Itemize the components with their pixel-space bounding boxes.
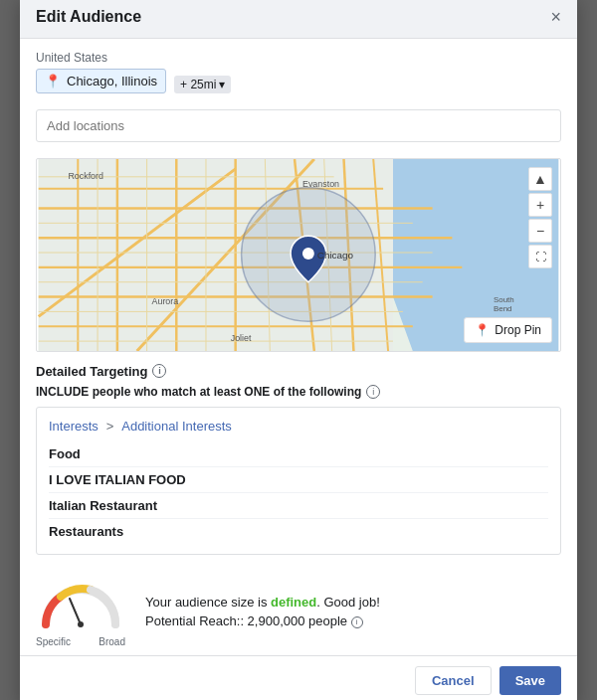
- svg-text:Bend: Bend: [494, 304, 511, 313]
- distance-label: + 25mi: [180, 78, 216, 91]
- detailed-targeting-section: Detailed Targeting i INCLUDE people who …: [36, 364, 561, 399]
- country-label: United States: [36, 51, 561, 65]
- list-item: I LOVE ITALIAN FOOD: [49, 467, 548, 493]
- section-title: Detailed Targeting i: [36, 364, 561, 379]
- audience-size-text: Your audience size is defined. Good job!: [145, 593, 561, 612]
- location-tag: 📍 Chicago, Illinois: [36, 69, 166, 93]
- modal-footer: Cancel Save: [20, 655, 577, 701]
- svg-text:Rockford: Rockford: [68, 170, 103, 180]
- gauge-broad-label: Broad: [99, 636, 125, 647]
- city-label: Chicago, Illinois: [67, 74, 157, 88]
- map-controls: ▲ + − ⛶: [528, 167, 552, 268]
- scroll-up-button[interactable]: ▲: [528, 167, 552, 191]
- reach-label: Potential Reach:: 2,900,000 people: [145, 613, 347, 628]
- drop-pin-label: Drop Pin: [495, 323, 541, 337]
- distance-badge[interactable]: + 25mi ▾: [174, 76, 231, 93]
- gauge-container: Specific Broad: [36, 577, 125, 647]
- svg-text:Aurora: Aurora: [152, 296, 179, 306]
- modal-body: United States 📍 Chicago, Illinois + 25mi…: [20, 39, 577, 655]
- svg-point-39: [78, 621, 84, 627]
- fullscreen-button[interactable]: ⛶: [528, 245, 552, 268]
- gauge-labels: Specific Broad: [36, 636, 125, 647]
- chevron-down-icon: ▾: [219, 78, 225, 91]
- list-item: Food: [49, 441, 548, 467]
- interests-list: Food I LOVE ITALIAN FOOD Italian Restaur…: [49, 441, 548, 544]
- breadcrumb-interests-link[interactable]: Interests: [49, 419, 99, 434]
- modal-title: Edit Audience: [36, 8, 141, 26]
- potential-reach: Potential Reach:: 2,900,000 people i: [145, 612, 561, 631]
- breadcrumb: Interests > Additional Interests: [49, 418, 548, 434]
- zoom-out-button[interactable]: −: [528, 219, 552, 243]
- list-item: Restaurants: [49, 519, 548, 544]
- map-container: Chicago Evanston Aurora Rockford Joliet …: [36, 158, 561, 352]
- location-pin-icon: 📍: [45, 74, 61, 88]
- size-pre: Your audience size is: [145, 595, 271, 610]
- save-button[interactable]: Save: [499, 666, 561, 695]
- info-icon[interactable]: i: [152, 364, 166, 378]
- zoom-in-button[interactable]: +: [528, 193, 552, 217]
- cancel-button[interactable]: Cancel: [415, 666, 492, 695]
- svg-line-38: [70, 599, 81, 624]
- audience-info: Your audience size is defined. Good job!…: [145, 593, 561, 631]
- size-status: defined: [271, 595, 316, 610]
- gauge-specific-label: Specific: [36, 636, 71, 647]
- edit-audience-modal: Edit Audience × United States 📍 Chicago,…: [20, 0, 577, 700]
- breadcrumb-additional-link[interactable]: Additional Interests: [121, 419, 232, 434]
- svg-text:Evanston: Evanston: [302, 178, 339, 188]
- list-item: Italian Restaurant: [49, 493, 548, 519]
- breadcrumb-separator: >: [106, 419, 114, 434]
- gauge-section: Specific Broad Your audience size is def…: [36, 567, 561, 651]
- location-section: United States 📍 Chicago, Illinois + 25mi…: [36, 51, 561, 150]
- drop-pin-icon: 📍: [475, 323, 490, 337]
- include-strong: INCLUDE people who match at least ONE of…: [36, 385, 361, 399]
- include-info-icon[interactable]: i: [366, 385, 380, 399]
- svg-text:South: South: [494, 294, 514, 303]
- svg-text:Joliet: Joliet: [231, 333, 252, 343]
- modal-header: Edit Audience ×: [20, 0, 577, 39]
- drop-pin-button[interactable]: 📍 Drop Pin: [464, 317, 552, 343]
- modal-overlay: Edit Audience × United States 📍 Chicago,…: [0, 0, 597, 700]
- add-locations-input[interactable]: [36, 109, 561, 142]
- close-button[interactable]: ×: [550, 8, 561, 26]
- size-post: . Good job!: [316, 595, 380, 610]
- section-title-text: Detailed Targeting: [36, 364, 147, 379]
- include-label: INCLUDE people who match at least ONE of…: [36, 385, 561, 399]
- targeting-box: Interests > Additional Interests Food I …: [36, 407, 561, 555]
- svg-text:Chicago: Chicago: [317, 249, 354, 260]
- reach-info-icon[interactable]: i: [351, 616, 363, 628]
